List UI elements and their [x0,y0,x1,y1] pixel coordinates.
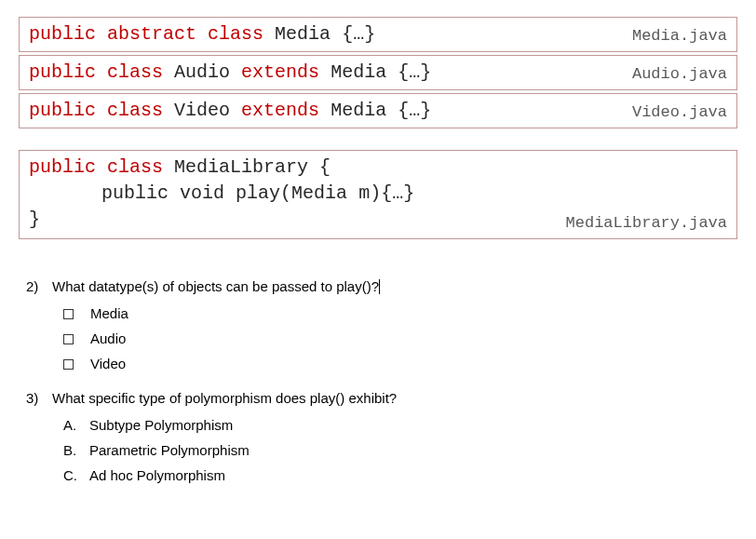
code-box-video: public class Video extends Media {…} Vid… [19,93,737,128]
code-box-medialibrary: public class MediaLibrary { public void … [19,150,737,239]
ellipsis: … [409,100,420,121]
keyword-class: class [107,156,163,178]
filename-label: Audio.java [632,63,727,86]
brace-close: } [420,100,431,121]
keyword-class: class [107,100,163,121]
ellipsis: … [409,61,420,83]
param-type: Media [291,182,347,204]
keyword-extends: extends [241,61,319,83]
question-2: 2) What datatype(s) of objects can be pa… [26,278,737,371]
keyword-public: public [101,182,169,204]
keyword-public: public [29,23,96,45]
option-c[interactable]: C. Ad hoc Polymorphism [63,467,737,483]
brace-close: } [364,23,375,45]
keyword-public: public [29,100,96,121]
classname: Audio [174,61,230,83]
keyword-void: void [180,182,224,204]
code-line-1: public class MediaLibrary { [29,155,727,181]
brace-close: } [420,61,431,83]
keyword-public: public [29,156,96,178]
brace-close: } [403,182,414,204]
keyword-public: public [29,61,96,83]
paren-close: ) [370,182,381,204]
question-2-options: Media Audio Video [26,305,737,371]
param-name: m [358,182,370,204]
brace-open: { [342,23,353,45]
option-letter: C. [63,467,89,483]
option-b[interactable]: B. Parametric Polymorphism [63,442,737,458]
option-label: Ad hoc Polymorphism [89,467,225,483]
code-line: public class Audio extends Media {…} [29,61,431,83]
code-line: public abstract class Media {…} [29,23,375,45]
brace-open: { [381,182,392,204]
filename-label: Video.java [632,101,727,124]
checkbox-icon[interactable] [63,359,74,370]
question-text: What specific type of polymorphism does … [52,390,397,406]
text-cursor [379,279,380,294]
question-line: 2) What datatype(s) of objects can be pa… [26,278,737,294]
question-3: 3) What specific type of polymorphism do… [26,390,737,483]
option-media[interactable]: Media [63,305,737,321]
ellipsis: … [353,23,364,45]
question-number: 2) [26,278,52,294]
option-label: Parametric Polymorphism [89,442,250,458]
method-name: play [236,182,280,204]
brace-open: { [398,100,409,121]
filename-label: Media.java [632,25,727,47]
classname: Media [275,23,331,45]
option-label: Subtype Polymorphism [89,417,233,433]
filename-label: MediaLibrary.java [566,212,727,235]
question-text: What datatype(s) of objects can be passe… [52,278,380,294]
code-line-2: public void play(Media m){…} [29,181,727,207]
keyword-class: class [107,61,163,83]
question-line: 3) What specific type of polymorphism do… [26,390,737,406]
option-letter: B. [63,442,89,458]
checkbox-icon[interactable] [63,309,74,319]
option-audio[interactable]: Audio [63,330,737,346]
superclass: Media [331,61,386,83]
option-letter: A. [63,417,89,433]
question-3-options: A. Subtype Polymorphism B. Parametric Po… [26,417,737,483]
option-a[interactable]: A. Subtype Polymorphism [63,417,737,433]
superclass: Media [331,100,386,121]
code-line: public class Video extends Media {…} [29,100,431,121]
option-label: Audio [90,330,126,346]
code-box-audio: public class Audio extends Media {…} Aud… [19,55,737,90]
checkbox-icon[interactable] [63,334,74,344]
paren-open: ( [280,182,291,204]
question-number: 3) [26,390,52,406]
keyword-class: class [208,23,263,45]
classname: Video [174,100,230,121]
option-label: Video [90,356,126,371]
ellipsis: … [392,182,403,204]
brace-open: { [319,156,331,178]
keyword-abstract: abstract [107,23,196,45]
keyword-extends: extends [241,100,319,121]
code-box-media: public abstract class Media {…} Media.ja… [19,17,737,52]
brace-close: } [29,209,40,230]
option-video[interactable]: Video [63,356,737,371]
option-label: Media [90,305,128,321]
questions-section: 2) What datatype(s) of objects can be pa… [19,278,737,483]
classname: MediaLibrary [174,156,308,178]
brace-open: { [398,61,409,83]
